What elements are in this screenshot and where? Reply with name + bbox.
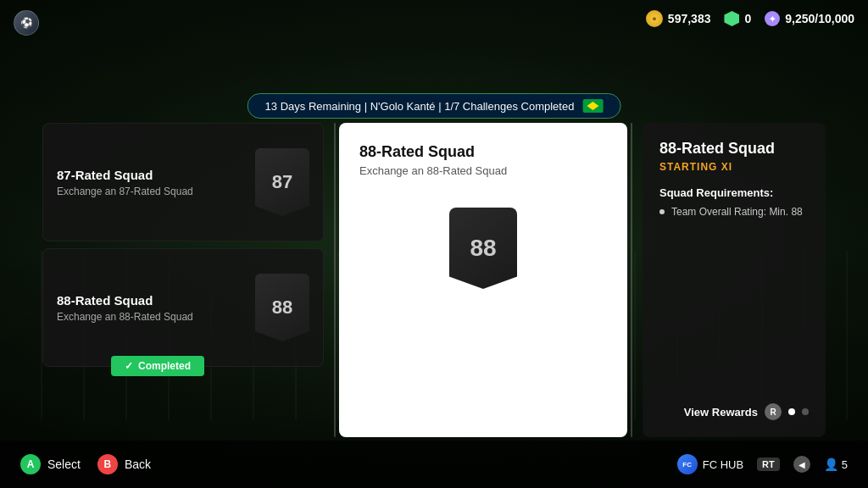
dot-indicator-active — [788, 408, 795, 415]
left-panel: 87-Rated Squad Exchange an 87-Rated Squa… — [42, 123, 331, 437]
back-action[interactable]: B Back — [97, 454, 151, 474]
completed-badge: ✓ Completed — [111, 356, 204, 376]
card-88-title: 88-Rated Squad — [57, 293, 242, 308]
card-88-desc: Exchange an 88-Rated Squad — [57, 311, 242, 323]
right-subtitle: STARTING XI — [659, 161, 809, 173]
brazil-flag-icon — [582, 99, 603, 113]
card-88-info: 88-Rated Squad Exchange an 88-Rated Squa… — [57, 293, 242, 323]
avatar-area: ⚽ — [14, 10, 39, 36]
bottom-right: FC FC HUB RT ◀ 👤 5 — [677, 454, 848, 474]
bottom-left-actions: A Select B Back — [20, 454, 151, 474]
fc-icon: FC — [677, 454, 698, 474]
a-button[interactable]: A — [20, 454, 41, 474]
completed-text: Completed — [138, 360, 191, 372]
top-hud: ● 597,383 0 ✦ 9,250/10,000 — [646, 10, 854, 27]
bullet-icon — [659, 209, 665, 214]
left-arrow-icon: ◀ — [798, 460, 805, 469]
main-content: 87-Rated Squad Exchange an 87-Rated Squa… — [42, 123, 826, 437]
view-rewards-text: View Rewards — [684, 406, 758, 419]
dot-indicator-inactive — [802, 408, 809, 415]
banner-text: 13 Days Remaining | N'Golo Kanté | 1/7 C… — [265, 100, 575, 113]
right-title: 88-Rated Squad — [659, 140, 809, 158]
player-count-value: 5 — [842, 458, 848, 471]
challenge-card-88[interactable]: 88-Rated Squad Exchange an 88-Rated Squa… — [42, 248, 324, 367]
check-icon: ✓ — [125, 360, 133, 372]
rt-badge: RT — [757, 458, 780, 471]
challenge-card-87[interactable]: 87-Rated Squad Exchange an 87-Rated Squa… — [42, 123, 324, 241]
card-87-info: 87-Rated Squad Exchange an 87-Rated Squa… — [57, 168, 242, 197]
rating-badge-88-center: 88 — [449, 208, 517, 289]
r-button[interactable]: R — [765, 403, 782, 420]
fc-hub-text: FC HUB — [703, 458, 743, 471]
requirement-text: Team Overall Rating: Min. 88 — [671, 206, 803, 218]
coin-value: 597,383 — [668, 12, 711, 25]
challenge-banner: 13 Days Remaining | N'Golo Kanté | 1/7 C… — [248, 93, 621, 119]
right-panel: 88-Rated Squad STARTING XI Squad Require… — [643, 123, 826, 437]
card-87-desc: Exchange an 87-Rated Squad — [57, 186, 242, 197]
left-arrow-button[interactable]: ◀ — [793, 456, 810, 473]
avatar: ⚽ — [14, 10, 39, 36]
star-icon: ✦ — [765, 11, 780, 26]
coins-display: ● 597,383 — [646, 10, 711, 27]
shield-icon — [724, 11, 739, 26]
bottom-bar: A Select B Back FC FC HUB RT ◀ 👤 5 — [0, 441, 868, 488]
rating-badge-88-left: 88 — [255, 274, 309, 341]
requirement-item: Team Overall Rating: Min. 88 — [659, 206, 809, 218]
select-action[interactable]: A Select — [20, 454, 81, 474]
card-87-title: 87-Rated Squad — [57, 168, 242, 182]
center-title: 88-Rated Squad — [359, 143, 475, 161]
points-value: 9,250/10,000 — [785, 12, 854, 25]
select-label: Select — [47, 458, 81, 471]
requirements-label: Squad Requirements: — [659, 186, 809, 199]
player-count: 👤 5 — [824, 458, 848, 471]
coin-icon: ● — [646, 10, 663, 27]
divider-2 — [631, 123, 632, 437]
points-display: ✦ 9,250/10,000 — [765, 11, 854, 26]
view-rewards-row[interactable]: View Rewards R — [659, 403, 809, 420]
back-label: Back — [125, 458, 151, 471]
shield-display: 0 — [724, 11, 751, 26]
player-icon: 👤 — [824, 458, 838, 471]
rating-badge-87: 87 — [255, 148, 309, 216]
b-button[interactable]: B — [97, 454, 118, 474]
divider — [334, 123, 336, 437]
shield-value: 0 — [744, 12, 751, 25]
rt-label: RT — [762, 459, 775, 469]
center-panel: 88-Rated Squad Exchange an 88-Rated Squa… — [339, 123, 627, 437]
fc-hub-logo: FC FC HUB — [677, 454, 743, 474]
center-desc: Exchange an 88-Rated Squad — [359, 164, 507, 177]
